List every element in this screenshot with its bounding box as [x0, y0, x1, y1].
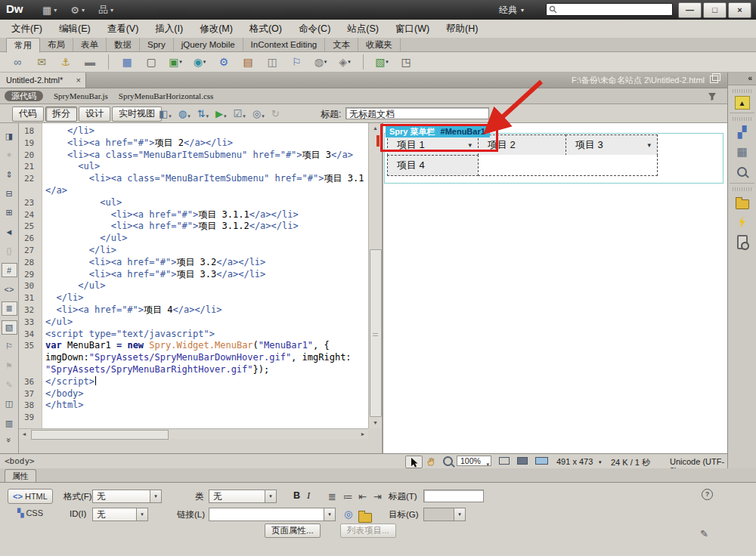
image-icon[interactable]: ▣▾ — [167, 54, 184, 70]
head-icon[interactable]: ◍▾ — [312, 54, 329, 70]
gear-icon[interactable]: ⚙▾ — [70, 3, 85, 17]
insert-tab[interactable]: 文本 — [325, 38, 358, 51]
design-view[interactable]: Spry 菜单栏 #MenuBar1 项目 1▾项目 2项目 3▾项目 4 — [383, 123, 727, 453]
edit-pencil-icon[interactable]: ✎ — [700, 528, 708, 539]
visual-aids-icon[interactable]: ◎▾ — [253, 108, 265, 119]
recent-snippets-icon[interactable]: ◫ — [2, 397, 17, 411]
move-css-icon[interactable]: ▥ — [2, 415, 17, 430]
code-text[interactable]: <ul> — [42, 161, 100, 173]
minimize-button[interactable]: — — [678, 2, 702, 18]
collapse-full-tag-icon[interactable]: ⇕ — [2, 168, 17, 182]
code-text[interactable]: </ul> — [42, 233, 127, 245]
tag-chooser-icon[interactable]: ◳ — [398, 54, 414, 70]
scroll-thumb[interactable] — [370, 249, 382, 417]
point-to-file-icon[interactable]: ◎ — [344, 508, 352, 520]
date-icon[interactable]: ▤ — [240, 54, 256, 70]
insert-tab[interactable]: 布局 — [40, 38, 73, 51]
close-button[interactable]: × — [728, 2, 751, 18]
insert-tab[interactable]: 收藏夹 — [358, 38, 401, 51]
scroll-right-icon[interactable]: ► — [358, 429, 368, 439]
code-text[interactable]: <ul> — [42, 197, 122, 209]
code-text[interactable]: var MenuBar1 = new Spry.Widget.MenuBar("… — [42, 340, 330, 352]
code-text[interactable]: <li><a class="MenuBarItemSubmenu" href="… — [42, 173, 364, 185]
script-icon[interactable]: ◈▾ — [336, 54, 353, 70]
insert-tab[interactable]: jQuery Mobile — [174, 38, 243, 51]
code-text[interactable]: </ul> — [42, 280, 105, 292]
code-text[interactable]: </script> — [42, 376, 96, 388]
menubar-item[interactable]: 格式(O) — [241, 20, 290, 38]
horizontal-rule-icon[interactable]: ▬ — [82, 54, 98, 70]
code-text[interactable]: </li> — [42, 245, 116, 257]
balance-braces-icon[interactable]: {} — [2, 244, 17, 258]
code-text[interactable]: <li><a href="#">项目 2</a></li> — [42, 137, 233, 150]
horizontal-scrollbar[interactable]: ◄ ► — [19, 428, 368, 439]
select-parent-tag-icon[interactable]: ◄ — [2, 224, 17, 239]
select-tool-icon[interactable] — [405, 456, 423, 468]
code-text[interactable] — [42, 412, 45, 424]
related-file[interactable]: SpryMenuBarHorizontal.css — [119, 91, 214, 100]
table-icon[interactable]: ▦ — [119, 54, 135, 70]
filter-icon[interactable] — [708, 92, 717, 101]
wrap-tag-icon[interactable]: ✎ — [2, 378, 17, 392]
html-mode-button[interactable]: <> HTML — [8, 489, 53, 504]
insert-tab[interactable]: InContext Editing — [243, 38, 326, 51]
snippets-panel-icon[interactable] — [733, 233, 751, 250]
collapse-selection-icon[interactable]: ⊟ — [2, 187, 17, 201]
line-numbers-icon[interactable]: # — [2, 263, 17, 277]
window-size[interactable]: 491 x 473 — [556, 457, 593, 466]
chevron-down-icon[interactable]: ▾ — [136, 508, 147, 520]
view-button[interactable]: 代码 — [12, 107, 44, 122]
source-code-button[interactable]: 源代码 — [5, 91, 43, 101]
help-icon[interactable]: ? — [702, 489, 713, 500]
workspace-switcher[interactable]: 经典 ▾ — [499, 4, 524, 17]
menubar-item[interactable]: 窗口(W) — [387, 20, 438, 38]
format-select[interactable]: 无 ▾ — [92, 490, 162, 503]
hscroll-thumb[interactable] — [31, 430, 169, 440]
insert-tab[interactable]: Spry — [140, 38, 174, 51]
code-text[interactable]: </li> — [42, 292, 84, 304]
media-icon[interactable]: ◉▾ — [191, 54, 208, 70]
zoom-level-select[interactable]: 100% ▾ — [457, 456, 491, 466]
css-mode-button[interactable]: ▚ CSS — [8, 505, 53, 520]
properties-tab[interactable]: 属性 — [5, 469, 36, 483]
site-icon[interactable]: 品▾ — [98, 3, 113, 17]
template-icon[interactable]: ▧▾ — [373, 54, 390, 70]
code-text[interactable]: </body> — [42, 388, 84, 400]
menubar-item[interactable]: 编辑(E) — [51, 20, 99, 38]
preview-browser-icon[interactable]: ◍▾ — [178, 108, 191, 119]
scroll-down-icon[interactable]: ▼ — [369, 418, 382, 428]
widget-icon[interactable]: ⚙ — [215, 54, 232, 70]
monitor-medium-icon[interactable] — [517, 457, 528, 465]
ordered-list-icon[interactable]: ≔ — [343, 491, 353, 502]
apply-comment-icon[interactable]: ⚐ — [2, 339, 17, 354]
monitor-small-icon[interactable] — [499, 457, 510, 465]
named-anchor-icon[interactable]: ⚓ — [57, 54, 74, 70]
server-include-icon[interactable]: ◫ — [264, 54, 280, 70]
highlight-invalid-icon[interactable]: <> — [2, 282, 17, 296]
zoom-tool-icon[interactable] — [440, 456, 456, 467]
code-text[interactable]: <li><a href="#">项目 3.1.1</a></li> — [42, 209, 299, 221]
bold-button[interactable]: B — [293, 490, 300, 501]
code-text[interactable]: </a> — [42, 185, 67, 197]
tag-selector-body[interactable]: <body> — [5, 456, 35, 466]
hyperlink-icon[interactable]: ∞ — [9, 54, 26, 70]
menubar-item[interactable]: 查看(V) — [99, 20, 147, 38]
browse-folder-icon[interactable] — [358, 510, 372, 525]
code-text[interactable]: </li> — [42, 125, 94, 137]
menu-item-cell[interactable] — [478, 155, 658, 176]
menubar-item[interactable]: 命令(C) — [290, 20, 339, 38]
related-file[interactable]: SpryMenuBar.js — [54, 91, 108, 100]
page-properties-button[interactable]: 页面属性... — [265, 524, 321, 538]
italic-button[interactable]: I — [307, 490, 310, 502]
code-navigator-icon[interactable]: ✶ — [2, 148, 17, 162]
code-text[interactable]: <li><a href="#">项目 4</a></li> — [42, 304, 222, 317]
title-attr-input[interactable] — [423, 490, 484, 502]
code-text[interactable]: <li><a class="MenuBarItemSubmenu" href="… — [42, 150, 353, 162]
layout-icon[interactable]: ▦▾ — [42, 3, 57, 17]
syntax-coloring-icon[interactable]: ▧ — [2, 320, 17, 335]
document-tab[interactable]: Untitled-2.html* × — [0, 73, 86, 88]
code-text[interactable]: </ul> — [42, 317, 73, 329]
maximize-button[interactable]: □ — [703, 2, 727, 18]
insert-tab[interactable]: 数据 — [107, 38, 140, 51]
chevron-down-icon[interactable]: ▾ — [599, 459, 602, 465]
